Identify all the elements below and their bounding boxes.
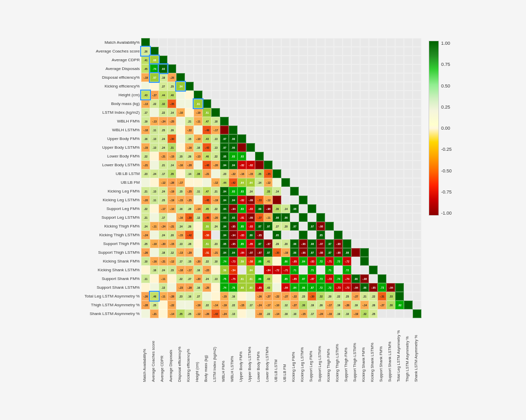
heatmap-cell: -.14	[167, 309, 176, 318]
heatmap-cell: -.97	[246, 248, 255, 257]
heatmap-cell	[281, 231, 290, 239]
heatmap-cell: -.15	[299, 309, 308, 318]
heatmap-cell	[395, 178, 404, 187]
heatmap-cell	[290, 91, 299, 99]
heatmap-cell	[369, 178, 378, 187]
heatmap-cell: .18	[159, 248, 167, 257]
heatmap-cell	[273, 274, 281, 283]
heatmap-cell	[325, 231, 334, 239]
heatmap-cell: .94	[220, 161, 229, 169]
row-label: Support Thigh FM%	[74, 239, 141, 248]
heatmap-cell	[299, 196, 308, 204]
heatmap-cell	[194, 222, 202, 231]
heatmap-cell	[316, 126, 325, 134]
heatmap-cell: -.24	[159, 222, 167, 231]
heatmap-cell	[343, 178, 351, 187]
heatmap-cell	[211, 99, 220, 108]
heatmap-cell	[202, 82, 211, 91]
heatmap-cell	[141, 38, 150, 47]
heatmap-cell: -.25	[167, 117, 176, 126]
heatmap-cell	[281, 64, 290, 73]
heatmap-cell	[404, 257, 413, 266]
heatmap-cell: -.11	[264, 213, 273, 222]
heatmap-cell: .29	[273, 239, 281, 248]
heatmap-cell: .28	[185, 204, 194, 213]
heatmap-cell	[308, 187, 316, 196]
heatmap-cell	[378, 257, 386, 266]
heatmap-cell: .14	[185, 169, 194, 178]
grid-row: -.26.46-.11-.28.23.16.27-.15.16-.26-.27-…	[141, 292, 422, 301]
heatmap-cell	[264, 64, 273, 73]
heatmap-cell	[378, 82, 386, 91]
heatmap-cell	[246, 126, 255, 134]
heatmap-cell: -.11	[159, 292, 167, 301]
heatmap-cell: -.24	[255, 301, 264, 309]
heatmap-cell	[360, 187, 369, 196]
grid-row: -.20.11.25-.19-.15-.25-.45-.19.94.94-.82…	[141, 196, 422, 204]
heatmap-cell	[395, 47, 404, 56]
heatmap-cell: .21	[159, 161, 167, 169]
heatmap-cell: .51	[202, 108, 211, 117]
heatmap-cell	[281, 196, 290, 204]
heatmap-cell	[316, 187, 325, 196]
heatmap-cell	[343, 187, 351, 196]
heatmap-cell	[395, 64, 404, 73]
heatmap-cell	[255, 82, 264, 91]
heatmap-cell	[386, 196, 395, 204]
grid-row: .22-.17-.10.16.28-.14.45.22.94-.94.83-.8…	[141, 204, 422, 213]
heatmap-cell: .14	[176, 222, 185, 231]
heatmap-cell	[273, 152, 281, 161]
heatmap-cell	[386, 213, 395, 222]
heatmap-cell	[343, 196, 351, 204]
heatmap-cell	[343, 56, 351, 64]
heatmap-cell	[378, 266, 386, 274]
heatmap-cell	[413, 213, 421, 222]
heatmap-cell	[395, 266, 404, 274]
heatmap-cell: -.98	[334, 239, 343, 248]
heatmap-cell	[290, 143, 299, 152]
heatmap-cell	[395, 82, 404, 91]
heatmap-cell	[404, 134, 413, 143]
heatmap-cell: -.37	[255, 213, 264, 222]
heatmap-cell	[264, 231, 273, 239]
heatmap-cell: -.21	[159, 152, 167, 161]
heatmap-cell	[386, 56, 395, 64]
heatmap-cell: -.98	[316, 222, 325, 231]
heatmap-cell	[378, 91, 386, 99]
heatmap-cell	[413, 274, 421, 283]
heatmap-cell	[308, 126, 316, 134]
heatmap-cell: .30	[386, 301, 395, 309]
colorbar-label: -0.75	[441, 189, 452, 195]
heatmap-cell: .45	[141, 64, 150, 73]
heatmap-cell: .95	[220, 239, 229, 248]
heatmap-cell: -.95	[369, 283, 378, 292]
heatmap-cell: -.26	[141, 248, 150, 257]
heatmap-cell: .94	[220, 222, 229, 231]
heatmap-cell: -.30	[167, 134, 176, 143]
heatmap-cell: .83	[229, 187, 237, 196]
grid-row: -.26.18.12-.13-.29-.51-.21.94.94-.84-.97…	[141, 248, 422, 257]
heatmap-cell	[290, 73, 299, 82]
heatmap-cell: .61	[194, 99, 202, 108]
heatmap-cell: -.72	[343, 257, 351, 266]
heatmap-cell	[246, 292, 255, 301]
heatmap-cell	[395, 99, 404, 108]
heatmap-cell	[325, 143, 334, 152]
heatmap-cell	[386, 38, 395, 47]
heatmap-cell	[386, 99, 395, 108]
heatmap-cell: -.45	[202, 196, 211, 204]
heatmap-cell	[334, 169, 343, 178]
heatmap-cell	[176, 301, 185, 309]
heatmap-cell	[325, 187, 334, 196]
heatmap-cell	[386, 169, 395, 178]
heatmap-cell	[395, 143, 404, 152]
heatmap-cell: -.48	[202, 161, 211, 169]
heatmap-cell	[316, 82, 325, 91]
heatmap-cell	[220, 56, 229, 64]
heatmap-cell: .17	[176, 257, 185, 266]
heatmap-cell: -.27	[264, 292, 273, 301]
heatmap-cell	[360, 91, 369, 99]
heatmap-cell: .60	[246, 283, 255, 292]
heatmap-cell	[334, 187, 343, 196]
row-label: Support Shank FM%	[74, 274, 141, 283]
